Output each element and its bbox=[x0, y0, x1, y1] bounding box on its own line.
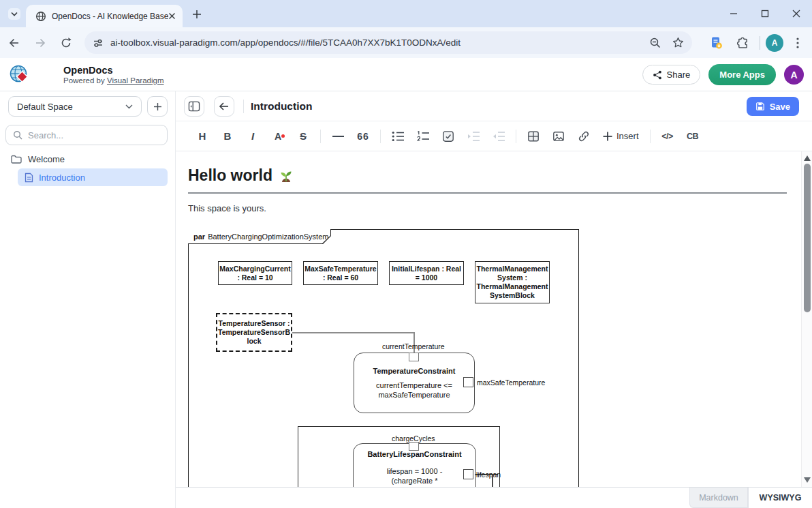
search-input[interactable] bbox=[28, 130, 144, 140]
new-tab-button[interactable] bbox=[190, 8, 203, 20]
insert-menu-button[interactable]: Insert bbox=[599, 126, 643, 147]
port-max-safe-temperature bbox=[463, 377, 473, 387]
numbered-list-icon bbox=[417, 131, 430, 142]
insert-link-button[interactable] bbox=[574, 126, 594, 147]
panel-toggle-icon bbox=[188, 101, 200, 112]
outdent-icon bbox=[493, 131, 505, 142]
port-label-current-temperature: currentTemperature bbox=[382, 342, 445, 350]
save-button[interactable]: Save bbox=[747, 97, 799, 116]
parametric-diagram[interactable]: par BatteryChargingOptimizationSystem Ma… bbox=[188, 229, 579, 487]
reload-icon bbox=[60, 37, 72, 49]
plus-icon bbox=[603, 132, 612, 141]
bold-button[interactable]: B bbox=[217, 126, 238, 147]
address-bar[interactable]: ai-toolbox.visual-paradigm.com/app/opend… bbox=[84, 31, 692, 54]
forward-button[interactable] bbox=[29, 31, 52, 55]
code-block-button[interactable]: CB bbox=[683, 126, 703, 147]
outdent-button[interactable] bbox=[488, 126, 509, 147]
content-area: Introduction Save H B I A S bbox=[176, 91, 812, 508]
toolbar-divider bbox=[650, 130, 651, 143]
document-icon bbox=[25, 173, 33, 183]
sidebar-search[interactable] bbox=[5, 125, 168, 145]
tab-search-button[interactable] bbox=[8, 8, 20, 20]
table-icon bbox=[527, 130, 540, 143]
toggle-sidebar-button[interactable] bbox=[184, 96, 204, 117]
doc-heading: Hello world bbox=[188, 166, 294, 185]
param-box-max-charging-current: MaxChargingCurrent : Real = 10 bbox=[218, 261, 292, 285]
bullet-list-button[interactable] bbox=[388, 126, 408, 147]
tab-close-icon[interactable] bbox=[168, 12, 176, 20]
mode-markdown-button[interactable]: Markdown bbox=[689, 488, 748, 508]
heading-button[interactable]: H bbox=[192, 126, 213, 147]
font-color-button[interactable]: A bbox=[268, 126, 288, 147]
add-space-button[interactable] bbox=[147, 96, 168, 117]
blockquote-button[interactable]: 66 bbox=[353, 126, 373, 147]
share-button[interactable]: Share bbox=[642, 65, 701, 85]
minimize-button[interactable] bbox=[718, 0, 749, 27]
scroll-up-arrow[interactable] bbox=[804, 155, 811, 161]
window-controls bbox=[718, 0, 812, 27]
indent-button[interactable] bbox=[463, 126, 484, 147]
seedling-emoji bbox=[278, 168, 294, 184]
param-box-max-safe-temperature: MaxSafeTemperature : Real = 60 bbox=[303, 261, 378, 285]
bullet-list-icon bbox=[392, 131, 405, 142]
toolbar-divider bbox=[320, 130, 321, 143]
browser-extensions-area: A bbox=[702, 27, 812, 58]
page-label: Introduction bbox=[39, 173, 85, 183]
port-charge-cycles bbox=[409, 442, 419, 451]
extensions-puzzle-icon[interactable] bbox=[731, 31, 754, 55]
document-editor[interactable]: Hello world This space is yours. par bbox=[176, 151, 812, 487]
url-text[interactable]: ai-toolbox.visual-paradigm.com/app/opend… bbox=[110, 38, 649, 48]
folder-icon bbox=[11, 155, 22, 164]
numbered-list-button[interactable] bbox=[413, 126, 433, 147]
sidebar-folder-welcome[interactable]: Welcome bbox=[11, 154, 65, 164]
sidebar: Default Space Welcome bbox=[0, 91, 176, 508]
page-title: Introduction bbox=[251, 91, 312, 121]
back-arrow-icon bbox=[219, 102, 230, 111]
port-label-max-safe-temperature: maxSafeTemperature bbox=[477, 378, 545, 387]
insert-image-button[interactable] bbox=[548, 126, 569, 147]
bookmark-star-icon[interactable] bbox=[672, 37, 684, 48]
scroll-down-arrow[interactable] bbox=[804, 477, 811, 483]
browser-tab[interactable]: OpenDocs - AI Knowledge Base bbox=[26, 5, 183, 27]
insert-table-button[interactable] bbox=[523, 126, 544, 147]
plus-icon bbox=[153, 102, 162, 111]
scrollbar-thumb[interactable] bbox=[804, 164, 811, 312]
maximize-button[interactable] bbox=[749, 0, 781, 27]
save-floppy-icon bbox=[755, 102, 765, 111]
browser-profile-avatar[interactable]: A bbox=[766, 34, 783, 52]
inline-code-button[interactable]: </> bbox=[657, 126, 678, 147]
param-box-thermal-management: ThermalManagementSystem : ThermalManagem… bbox=[475, 261, 550, 303]
visual-paradigm-link[interactable]: Visual Paradigm bbox=[107, 76, 164, 85]
close-window-button[interactable] bbox=[781, 0, 812, 27]
toolbar-divider bbox=[516, 130, 516, 143]
constraint-expression: lifespan = 1000 - (chargeRate * bbox=[354, 467, 475, 485]
editor-scrollbar[interactable] bbox=[801, 151, 812, 487]
docs-offline-extension-icon[interactable] bbox=[705, 31, 728, 55]
more-apps-button[interactable]: More Apps bbox=[708, 64, 776, 85]
back-to-pages-button[interactable] bbox=[214, 96, 234, 117]
folder-label: Welcome bbox=[28, 154, 65, 164]
share-icon bbox=[653, 70, 662, 80]
back-button[interactable] bbox=[3, 31, 26, 55]
zoom-icon[interactable] bbox=[649, 37, 661, 49]
link-icon bbox=[578, 130, 590, 143]
user-avatar[interactable]: A bbox=[784, 65, 804, 85]
heading-rule bbox=[188, 192, 787, 194]
reload-button[interactable] bbox=[54, 31, 78, 55]
mode-wysiwyg-button[interactable]: WYSIWYG bbox=[748, 488, 812, 508]
indent-icon bbox=[467, 131, 480, 142]
space-selector[interactable]: Default Space bbox=[8, 96, 142, 117]
browser-toolbar: ai-toolbox.visual-paradigm.com/app/opend… bbox=[0, 27, 812, 58]
strikethrough-button[interactable]: S bbox=[293, 126, 313, 147]
task-list-button[interactable] bbox=[438, 126, 458, 147]
sidebar-item-introduction[interactable]: Introduction bbox=[18, 168, 168, 186]
site-settings-icon[interactable] bbox=[93, 38, 104, 48]
horizontal-rule-button[interactable] bbox=[328, 126, 348, 147]
maximize-icon bbox=[761, 10, 769, 18]
opendocs-logo bbox=[9, 64, 29, 85]
powered-by-text: Powered by Visual Paradigm bbox=[63, 76, 163, 85]
browser-menu-button[interactable] bbox=[786, 31, 809, 55]
search-icon bbox=[13, 130, 22, 140]
italic-button[interactable]: I bbox=[243, 126, 263, 147]
toolbar-separator bbox=[760, 36, 760, 50]
